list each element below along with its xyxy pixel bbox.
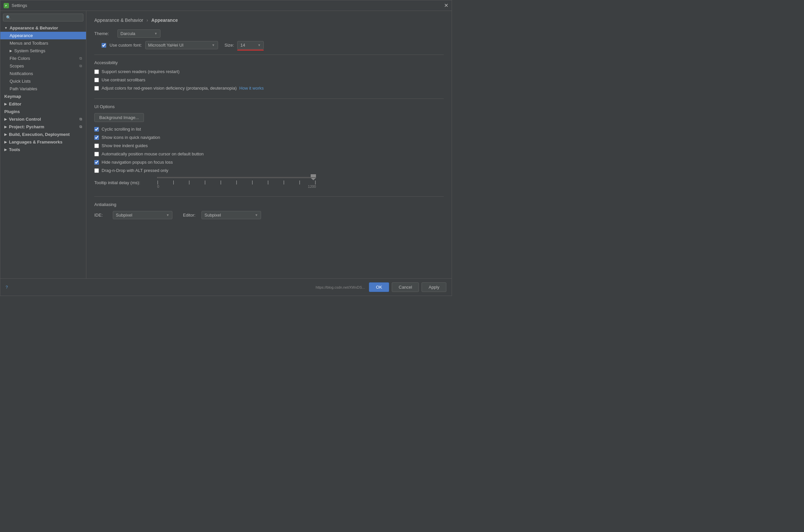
background-image-button[interactable]: Background Image... — [94, 113, 144, 122]
size-wrapper: 14 ▼ — [237, 41, 264, 49]
ui-options-section: UI Options Background Image... Cyclic sc… — [94, 104, 444, 188]
cancel-button[interactable]: Cancel — [392, 282, 419, 292]
chevron-right-icon: ▶ — [4, 117, 7, 121]
app-icon: P — [4, 3, 9, 8]
font-dropdown[interactable]: Microsoft YaHei UI ▼ — [145, 41, 218, 49]
antialiasing-row: IDE: Subpixel ▼ Editor: Subpixel ▼ — [94, 211, 444, 219]
show-icons-label[interactable]: Show icons in quick navigation — [102, 135, 160, 140]
hide-navigation-row: Hide navigation popups on focus loss — [94, 160, 444, 165]
slider-max-label: 1200 — [308, 185, 316, 188]
sidebar-item-editor[interactable]: ▶ Editor — [0, 100, 86, 108]
sidebar-item-scopes[interactable]: Scopes ⧉ — [0, 62, 86, 70]
color-vision-label[interactable]: Adjust colors for red-green vision defic… — [102, 86, 237, 91]
how-it-works-link[interactable]: How it works — [239, 86, 264, 91]
sidebar-item-system-settings[interactable]: ▶ System Settings — [0, 47, 86, 55]
drag-drop-checkbox[interactable] — [94, 168, 99, 173]
show-tree-label[interactable]: Show tree indent guides — [102, 143, 148, 148]
breadcrumb-separator: › — [147, 18, 148, 23]
tick-0: | — [157, 179, 158, 185]
sidebar-item-languages[interactable]: ▶ Languages & Frameworks — [0, 138, 86, 146]
size-dropdown[interactable]: 14 ▼ — [237, 41, 264, 49]
accessibility-title: Accessibility — [94, 60, 444, 65]
chevron-down-icon: ▼ — [255, 213, 258, 217]
ide-label: IDE: — [94, 213, 108, 217]
chevron-down-icon: ▼ — [166, 213, 169, 217]
antialiasing-title: Antialiasing — [94, 202, 444, 207]
tooltip-slider-track[interactable] — [157, 177, 316, 178]
size-underline-decoration — [237, 50, 264, 51]
color-vision-checkbox[interactable] — [94, 86, 99, 91]
sidebar-item-appearance[interactable]: Appearance — [0, 32, 86, 39]
copy-icon: ⧉ — [79, 64, 82, 68]
chevron-right-icon: ▶ — [10, 49, 12, 53]
accessibility-section: Accessibility Support screen readers (re… — [94, 60, 444, 91]
sidebar-item-file-colors[interactable]: File Colors ⧉ — [0, 55, 86, 62]
tick-8: | — [283, 179, 284, 185]
theme-value: Darcula — [121, 31, 135, 36]
antialiasing-section: Antialiasing IDE: Subpixel ▼ Editor: Sub… — [94, 202, 444, 219]
ide-antialiasing-dropdown[interactable]: Subpixel ▼ — [113, 211, 172, 219]
copy-icon: ⧉ — [79, 125, 82, 129]
custom-font-label[interactable]: Use custom font: — [110, 43, 142, 48]
auto-mouse-checkbox[interactable] — [94, 152, 99, 156]
sidebar-item-project-pycharm[interactable]: ▶ Project: Pycharm ⧉ — [0, 123, 86, 131]
title-bar: P Settings ✕ — [0, 0, 452, 11]
apply-button[interactable]: Apply — [421, 282, 446, 292]
slider-ticks: | | | | | | | | | | | — [157, 179, 316, 185]
auto-mouse-row: Automatically position mouse cursor on d… — [94, 151, 444, 156]
tick-6: | — [252, 179, 253, 185]
breadcrumb-current: Appearance — [151, 18, 178, 23]
ok-button[interactable]: OK — [369, 282, 389, 292]
sidebar-item-appearance-behavior[interactable]: ▼ Appearance & Behavior — [0, 24, 86, 32]
show-tree-row: Show tree indent guides — [94, 143, 444, 148]
show-icons-checkbox[interactable] — [94, 135, 99, 140]
sidebar-item-plugins[interactable]: Plugins — [0, 108, 86, 115]
copy-icon: ⧉ — [79, 56, 82, 60]
cyclic-scrolling-checkbox[interactable] — [94, 127, 99, 132]
editor-antialiasing-value: Subpixel — [204, 213, 221, 217]
chevron-right-icon: ▶ — [4, 133, 7, 136]
editor-label: Editor: — [183, 213, 196, 217]
help-button[interactable]: ? — [6, 285, 8, 290]
svg-text:P: P — [5, 5, 7, 7]
tick-7: | — [268, 179, 269, 185]
copy-icon: ⧉ — [79, 117, 82, 121]
sidebar-item-menus-toolbars[interactable]: Menus and Toolbars — [0, 39, 86, 47]
chevron-down-icon: ▼ — [258, 43, 261, 47]
theme-dropdown[interactable]: Darcula ▼ — [117, 30, 161, 38]
drag-drop-label[interactable]: Drag-n-Drop with ALT pressed only — [102, 168, 168, 173]
font-value: Microsoft YaHei UI — [148, 43, 184, 48]
breadcrumb-parent: Appearance & Behavior — [94, 18, 143, 23]
cyclic-scrolling-label[interactable]: Cyclic scrolling in list — [102, 127, 141, 132]
settings-dialog: P Settings ✕ ▼ Appearance & Behavior App… — [0, 0, 452, 296]
chevron-down-icon: ▼ — [4, 26, 7, 30]
sidebar-item-version-control[interactable]: ▶ Version Control ⧉ — [0, 115, 86, 123]
sidebar-item-keymap[interactable]: Keymap — [0, 93, 86, 100]
auto-mouse-label[interactable]: Automatically position mouse cursor on d… — [102, 151, 204, 156]
tick-4: | — [220, 179, 221, 185]
close-button[interactable]: ✕ — [444, 2, 448, 8]
drag-drop-row: Drag-n-Drop with ALT pressed only — [94, 168, 444, 173]
custom-font-checkbox[interactable] — [102, 43, 106, 48]
hide-navigation-label[interactable]: Hide navigation popups on focus loss — [102, 160, 173, 165]
hide-navigation-checkbox[interactable] — [94, 160, 99, 165]
editor-antialiasing-dropdown[interactable]: Subpixel ▼ — [201, 211, 261, 219]
chevron-down-icon: ▼ — [154, 32, 158, 35]
screen-readers-row: Support screen readers (requires restart… — [94, 69, 444, 74]
color-vision-row: Adjust colors for red-green vision defic… — [94, 86, 444, 91]
show-tree-checkbox[interactable] — [94, 144, 99, 148]
show-icons-row: Show icons in quick navigation — [94, 135, 444, 140]
sidebar-item-path-variables[interactable]: Path Variables — [0, 85, 86, 93]
contrast-scrollbars-label[interactable]: Use contrast scrollbars — [102, 77, 145, 82]
sidebar-item-tools[interactable]: ▶ Tools — [0, 146, 86, 153]
sidebar-item-quick-lists[interactable]: Quick Lists — [0, 77, 86, 85]
search-box — [0, 11, 86, 24]
screen-readers-label[interactable]: Support screen readers (requires restart… — [102, 69, 180, 74]
size-value: 14 — [240, 43, 245, 48]
sidebar-item-build-execution[interactable]: ▶ Build, Execution, Deployment — [0, 131, 86, 138]
search-input[interactable] — [3, 14, 84, 21]
screen-readers-checkbox[interactable] — [94, 70, 99, 74]
contrast-scrollbars-checkbox[interactable] — [94, 78, 99, 82]
tick-3: | — [204, 179, 205, 185]
sidebar-item-notifications[interactable]: Notifications — [0, 70, 86, 77]
